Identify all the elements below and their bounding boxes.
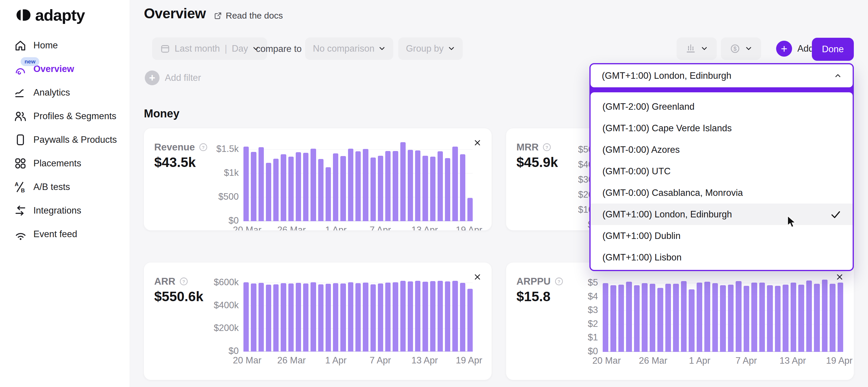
bar[interactable] bbox=[266, 163, 271, 221]
bar[interactable] bbox=[423, 156, 428, 221]
bar[interactable] bbox=[303, 283, 308, 352]
bar[interactable] bbox=[370, 157, 376, 221]
bar[interactable] bbox=[296, 152, 301, 221]
bar[interactable] bbox=[460, 154, 465, 221]
bar[interactable] bbox=[378, 283, 383, 352]
bar[interactable] bbox=[311, 282, 316, 352]
bar[interactable] bbox=[728, 285, 734, 352]
bar[interactable] bbox=[767, 285, 773, 352]
bar[interactable] bbox=[273, 159, 279, 221]
bar[interactable] bbox=[830, 284, 835, 352]
timezone-option[interactable]: (GMT-1:00) Cape Verde Islands bbox=[591, 117, 852, 139]
bar[interactable] bbox=[736, 281, 741, 352]
bar[interactable] bbox=[673, 284, 679, 352]
bar[interactable] bbox=[467, 198, 473, 221]
bar[interactable] bbox=[838, 283, 843, 352]
bar[interactable] bbox=[452, 281, 458, 352]
bar[interactable] bbox=[452, 147, 458, 221]
timezone-option[interactable]: (GMT+1:00) Lisbon bbox=[591, 247, 852, 268]
bar[interactable] bbox=[696, 283, 702, 352]
bar[interactable] bbox=[822, 280, 828, 352]
bar[interactable] bbox=[759, 283, 765, 352]
sidebar-item-profiles-segments[interactable]: Profiles & Segments bbox=[0, 104, 130, 128]
bar[interactable] bbox=[704, 282, 710, 352]
bar[interactable] bbox=[460, 283, 465, 352]
sidebar-item-paywalls-products[interactable]: Paywalls & Products bbox=[0, 128, 130, 152]
bar[interactable] bbox=[415, 150, 421, 221]
bar[interactable] bbox=[273, 284, 279, 352]
bar[interactable] bbox=[657, 288, 663, 352]
timezone-option[interactable]: (GMT+1:00) London, Edinburgh bbox=[591, 204, 852, 225]
bar[interactable] bbox=[258, 147, 264, 221]
read-docs-link[interactable]: Read the docs bbox=[213, 11, 283, 21]
timezone-select[interactable]: (GMT+1:00) London, Edinburgh bbox=[591, 64, 852, 87]
bar[interactable] bbox=[445, 158, 450, 221]
bar[interactable] bbox=[243, 282, 249, 352]
bar[interactable] bbox=[296, 283, 301, 352]
bar[interactable] bbox=[634, 285, 640, 352]
bar[interactable] bbox=[681, 281, 687, 352]
bar[interactable] bbox=[438, 281, 443, 352]
sidebar-item-analytics[interactable]: Analytics bbox=[0, 81, 130, 104]
bar[interactable] bbox=[340, 283, 346, 352]
add-metric-button[interactable]: + Add bbox=[776, 41, 814, 57]
currency-dropdown[interactable]: $ bbox=[721, 37, 761, 60]
bar[interactable] bbox=[430, 281, 435, 352]
date-range-dropdown[interactable]: Last month | Day bbox=[152, 37, 267, 60]
bar[interactable] bbox=[333, 283, 338, 352]
bar[interactable] bbox=[333, 153, 338, 221]
bar[interactable] bbox=[775, 286, 780, 352]
timezone-option[interactable]: (GMT-0:00) UTC bbox=[591, 161, 852, 182]
bar[interactable] bbox=[355, 283, 361, 352]
bar[interactable] bbox=[790, 283, 796, 352]
bar[interactable] bbox=[326, 284, 331, 352]
adapty-logo[interactable]: adapty bbox=[14, 6, 85, 24]
bar[interactable] bbox=[626, 282, 632, 352]
bar[interactable] bbox=[311, 149, 316, 221]
bar[interactable] bbox=[430, 156, 435, 221]
bar[interactable] bbox=[378, 156, 383, 221]
bar[interactable] bbox=[243, 147, 249, 221]
bar[interactable] bbox=[281, 154, 286, 221]
bar[interactable] bbox=[318, 159, 323, 221]
bar[interactable] bbox=[783, 285, 788, 352]
comparison-dropdown[interactable]: No comparison bbox=[305, 37, 393, 60]
bar[interactable] bbox=[603, 283, 608, 352]
bar[interactable] bbox=[618, 285, 624, 352]
bar[interactable] bbox=[408, 150, 413, 221]
bar[interactable] bbox=[393, 151, 398, 221]
bar[interactable] bbox=[348, 149, 353, 221]
sidebar-item-overview[interactable]: Overviewnew bbox=[0, 57, 130, 81]
timezone-option[interactable]: (GMT-0:00) Azores bbox=[591, 139, 852, 161]
bar[interactable] bbox=[665, 284, 671, 352]
bar[interactable] bbox=[318, 284, 323, 352]
done-button[interactable]: Done bbox=[812, 38, 854, 61]
bar[interactable] bbox=[445, 281, 450, 352]
bar[interactable] bbox=[363, 149, 368, 221]
bar[interactable] bbox=[363, 283, 368, 352]
bar[interactable] bbox=[751, 283, 757, 352]
bar[interactable] bbox=[806, 281, 812, 352]
bar[interactable] bbox=[467, 289, 473, 352]
bar[interactable] bbox=[266, 285, 271, 352]
bar[interactable] bbox=[355, 151, 361, 221]
timezone-option[interactable]: (GMT-0:00) Casablanca, Monrovia bbox=[591, 182, 852, 204]
sidebar-item-placements[interactable]: Placements bbox=[0, 152, 130, 175]
bar[interactable] bbox=[415, 281, 421, 352]
group-by-dropdown[interactable]: Group by bbox=[398, 37, 463, 60]
bar[interactable] bbox=[642, 283, 647, 352]
sidebar-item-home[interactable]: Home bbox=[0, 34, 130, 57]
help-icon[interactable]: ? bbox=[179, 277, 188, 286]
bar[interactable] bbox=[251, 152, 256, 221]
bar[interactable] bbox=[258, 283, 264, 352]
bar[interactable] bbox=[689, 289, 694, 352]
timezone-option[interactable]: (GMT+1:00) Dublin bbox=[591, 225, 852, 247]
close-card-button[interactable] bbox=[472, 138, 483, 148]
bar[interactable] bbox=[650, 284, 655, 352]
bar[interactable] bbox=[610, 285, 616, 352]
bar[interactable] bbox=[744, 286, 749, 352]
sidebar-item-event-feed[interactable]: Event feed bbox=[0, 222, 130, 246]
add-filter-button[interactable]: + Add filter bbox=[145, 70, 201, 85]
sidebar-item-integrations[interactable]: Integrations bbox=[0, 199, 130, 222]
close-card-button[interactable] bbox=[472, 272, 483, 283]
